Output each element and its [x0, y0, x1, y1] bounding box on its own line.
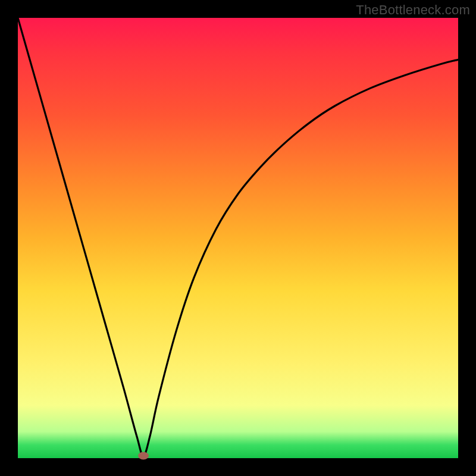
- chart-frame: TheBottleneck.com: [0, 0, 476, 476]
- curve-path: [18, 18, 458, 456]
- plot-area: [18, 18, 458, 458]
- bottleneck-curve: [18, 18, 458, 458]
- attribution-label: TheBottleneck.com: [356, 2, 470, 18]
